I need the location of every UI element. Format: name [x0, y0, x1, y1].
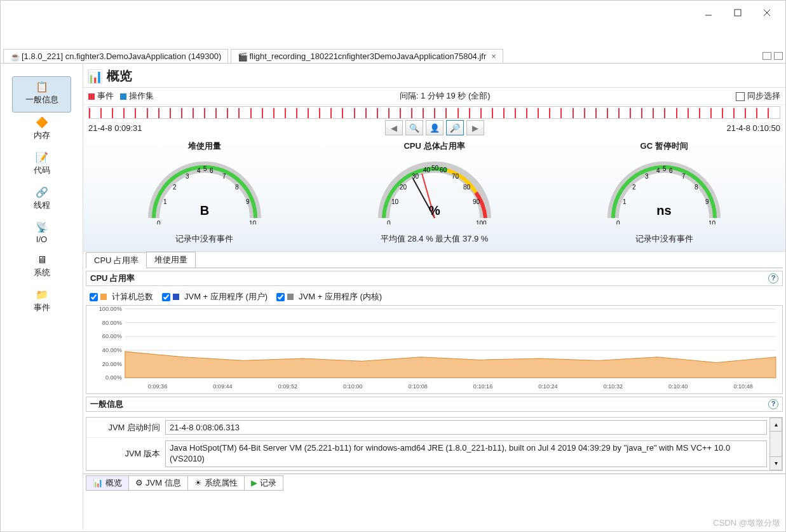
svg-text:80: 80: [463, 184, 471, 191]
code-icon: 📝: [36, 151, 48, 163]
svg-text:0:10:16: 0:10:16: [473, 383, 492, 390]
maximize-view-icon[interactable]: [774, 52, 783, 60]
help-icon[interactable]: ?: [768, 273, 778, 283]
jvm-version-label: JVM 版本: [89, 448, 165, 460]
svg-text:%: %: [429, 203, 440, 217]
bottom-tab-sys-props[interactable]: ☀系统属性: [187, 475, 245, 491]
help-icon[interactable]: ?: [768, 399, 778, 409]
svg-text:1: 1: [623, 198, 627, 205]
svg-text:2: 2: [632, 184, 636, 191]
sidebar-item-label: 内存: [34, 130, 50, 141]
toolbar-spacer: [1, 25, 785, 49]
scroll-up-button[interactable]: ▴: [769, 418, 782, 432]
legend-event: 事件: [97, 91, 114, 100]
sidebar-item-threads[interactable]: 🔗 线程: [1, 182, 83, 217]
legend-jvm-kernel[interactable]: JVM + 应用程序 (内核): [276, 291, 382, 303]
svg-text:40.00%: 40.00%: [102, 347, 122, 353]
svg-text:0: 0: [387, 220, 391, 224]
svg-rect-1: [735, 10, 741, 16]
svg-text:0:10:32: 0:10:32: [604, 383, 623, 390]
svg-text:0:10:00: 0:10:00: [343, 383, 362, 390]
zoom-in-button[interactable]: 🔎: [446, 120, 464, 135]
chart-section-header: CPU 占用率 ?: [86, 271, 783, 286]
svg-text:4: 4: [656, 167, 660, 174]
nav-next-button[interactable]: ▶: [466, 120, 484, 135]
recording-icon: 🎬: [238, 52, 247, 61]
gauge-gc: GC 暂停时间 ns 010 19 28 37 46 5 记录中没有事件: [549, 140, 779, 247]
sidebar-item-general[interactable]: 📋 一般信息: [12, 76, 71, 113]
gauge-cpu: CPU 总体占用率 % 0100 1090 2080 3070 4060: [320, 140, 550, 247]
zoom-out-button[interactable]: 🔍: [405, 120, 423, 135]
nav-sidebar: 📋 一般信息 🔶 内存 📝 代码 🔗 线程 📡 I/O 🖥 系统: [1, 64, 83, 529]
svg-text:5: 5: [663, 165, 667, 172]
jvm-start-value[interactable]: 21-4-8 0:08:06.313: [165, 420, 767, 435]
tab-main-process[interactable]: ☕ [1.8.0_221] cn.fighter3.DemoJavaApplic…: [3, 49, 228, 63]
svg-text:9: 9: [246, 198, 250, 205]
table-row: JVM 启动时间 21-4-8 0:08:06.313: [86, 418, 769, 438]
jvm-version-value[interactable]: Java HotSpot(TM) 64-Bit Server VM (25.22…: [165, 440, 767, 467]
svg-text:70: 70: [452, 173, 459, 180]
sidebar-item-label: 线程: [34, 200, 50, 211]
general-section-header: 一般信息 ?: [86, 397, 783, 412]
scroll-down-button[interactable]: ▾: [769, 456, 782, 470]
timeline-ruler[interactable]: [88, 106, 780, 119]
nav-prev-button[interactable]: ◀: [385, 120, 403, 135]
bottom-tab-overview[interactable]: 📊概览: [86, 475, 129, 491]
legend-jvm-user[interactable]: JVM + 应用程序 (用户): [162, 291, 268, 303]
interval-label: 间隔: 1 分钟 19 秒 (全部): [160, 90, 729, 102]
sidebar-item-io[interactable]: 📡 I/O: [1, 217, 83, 250]
sidebar-item-memory[interactable]: 🔶 内存: [1, 113, 83, 147]
editor-tabs: ☕ [1.8.0_221] cn.fighter3.DemoJavaApplic…: [1, 49, 785, 64]
svg-text:10: 10: [708, 220, 716, 224]
tab-close-icon[interactable]: ×: [491, 51, 496, 61]
svg-text:0:10:08: 0:10:08: [408, 383, 427, 390]
overview-icon: 📊: [87, 69, 103, 84]
memory-icon: 🔶: [36, 116, 48, 128]
svg-text:80.00%: 80.00%: [102, 320, 122, 326]
svg-text:B: B: [200, 203, 209, 217]
general-icon: 📋: [36, 81, 48, 93]
chart-legend: 计算机总数 JVM + 应用程序 (用户) JVM + 应用程序 (内核): [83, 289, 785, 305]
events-icon: 📁: [36, 289, 48, 301]
window-titlebar: [1, 1, 785, 25]
sync-checkbox[interactable]: 同步选择: [736, 90, 780, 102]
bottom-tab-jvm-info[interactable]: ⚙JVM 信息: [128, 475, 188, 491]
svg-text:8: 8: [695, 184, 698, 191]
svg-text:5: 5: [203, 165, 207, 172]
scrollbar-track[interactable]: [769, 432, 782, 456]
table-row: JVM 版本 Java HotSpot(TM) 64-Bit Server VM…: [86, 438, 769, 470]
tab-cpu-usage[interactable]: CPU 占用率: [86, 252, 147, 268]
threads-icon: 🔗: [36, 186, 48, 198]
svg-text:0:10:40: 0:10:40: [668, 383, 688, 390]
tab-label: flight_recording_180221cnfighter3DemoJav…: [249, 51, 486, 61]
svg-text:50: 50: [431, 165, 439, 172]
minimize-view-icon[interactable]: [762, 52, 771, 60]
cpu-usage-chart: 100.00%80.00%60.00%40.00%20.00%0.00%0:09…: [86, 305, 783, 394]
legend-total[interactable]: 计算机总数: [90, 291, 153, 303]
sidebar-item-system[interactable]: 🖥 系统: [1, 250, 83, 285]
svg-text:7: 7: [222, 173, 226, 180]
time-start: 21-4-8 0:09:31: [88, 123, 215, 133]
svg-text:100.00%: 100.00%: [99, 306, 122, 312]
jvm-icon: ⚙: [135, 478, 143, 488]
sidebar-item-code[interactable]: 📝 代码: [1, 147, 83, 182]
system-icon: 🖥: [37, 254, 47, 266]
chart-tabs: CPU 占用率 堆使用量: [86, 252, 783, 268]
minimize-button[interactable]: [694, 3, 723, 22]
zoom-fit-button[interactable]: 👤: [426, 120, 444, 135]
svg-text:20.00%: 20.00%: [102, 361, 122, 367]
svg-text:0: 0: [616, 220, 620, 224]
sidebar-item-label: 代码: [34, 165, 50, 176]
svg-text:7: 7: [682, 173, 686, 180]
maximize-button[interactable]: [723, 3, 752, 22]
page-title: 概览: [107, 67, 132, 85]
svg-text:0:10:48: 0:10:48: [733, 383, 752, 390]
svg-text:3: 3: [645, 173, 649, 180]
tab-heap-usage[interactable]: 堆使用量: [146, 252, 196, 268]
tab-flight-recording[interactable]: 🎬 flight_recording_180221cnfighter3DemoJ…: [231, 49, 503, 63]
bottom-tab-record[interactable]: ▶记录: [244, 475, 283, 491]
sidebar-item-events[interactable]: 📁 事件: [1, 285, 83, 320]
page-title-row: 📊 概览: [83, 64, 785, 88]
close-button[interactable]: [752, 3, 782, 22]
svg-text:60.00%: 60.00%: [102, 333, 122, 339]
